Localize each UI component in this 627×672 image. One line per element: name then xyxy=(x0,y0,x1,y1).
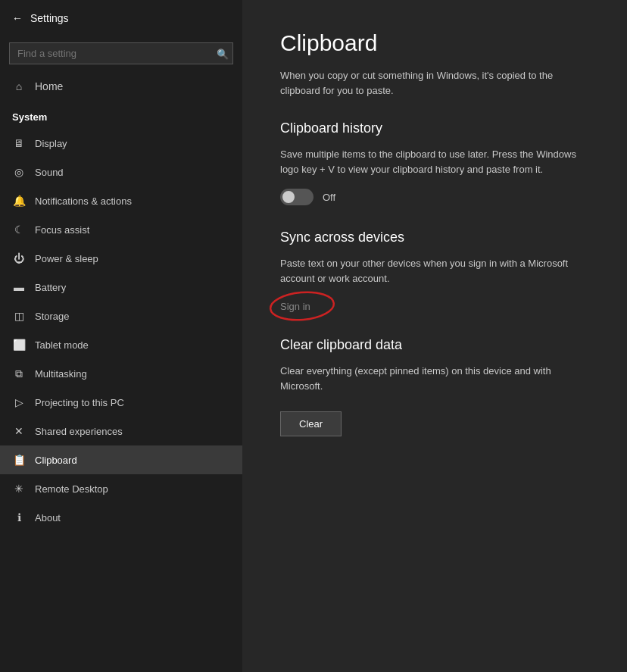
sync-title: Sync across devices xyxy=(280,230,589,245)
display-icon: 🖥 xyxy=(12,136,26,150)
sidebar-item-storage[interactable]: ◫ Storage xyxy=(0,302,242,330)
battery-icon: ▬ xyxy=(12,280,26,294)
nav-label-display: Display xyxy=(35,138,67,149)
page-title: Clipboard xyxy=(280,30,589,56)
multitasking-icon: ⧉ xyxy=(12,367,26,380)
system-section-label: System xyxy=(0,102,242,129)
focus-icon: ☾ xyxy=(12,223,26,236)
sidebar-item-about[interactable]: ℹ About xyxy=(0,503,242,532)
sidebar-item-power[interactable]: ⏻ Power & sleep xyxy=(0,244,242,273)
nav-label-clipboard: Clipboard xyxy=(35,455,77,466)
sign-in-link[interactable]: Sign in xyxy=(280,301,310,312)
nav-label-focus: Focus assist xyxy=(35,224,89,236)
search-icon[interactable]: 🔍 xyxy=(217,48,229,59)
history-toggle[interactable] xyxy=(280,189,314,205)
sync-description: Paste text on your other devices when yo… xyxy=(280,256,589,286)
nav-label-battery: Battery xyxy=(35,282,66,293)
nav-label-about: About xyxy=(35,512,61,524)
nav-label-notifications: Notifications & actions xyxy=(35,195,132,207)
sidebar: ← Settings 🔍 ⌂ Home System 🖥 Display ◎ S… xyxy=(0,0,242,672)
sidebar-item-home[interactable]: ⌂ Home xyxy=(0,70,242,102)
history-toggle-row: Off xyxy=(280,189,589,205)
nav-label-shared: Shared experiences xyxy=(35,426,123,437)
sidebar-item-display[interactable]: 🖥 Display xyxy=(0,129,242,158)
nav-label-storage: Storage xyxy=(35,311,70,322)
power-icon: ⏻ xyxy=(12,252,26,265)
sidebar-item-sound[interactable]: ◎ Sound xyxy=(0,158,242,186)
page-description: When you copy or cut something in Window… xyxy=(280,68,589,98)
sidebar-item-shared[interactable]: ✕ Shared experiences xyxy=(0,417,242,445)
sidebar-item-focus[interactable]: ☾ Focus assist xyxy=(0,215,242,244)
remote-icon: ✳ xyxy=(12,482,26,495)
history-title: Clipboard history xyxy=(280,120,589,136)
toggle-knob xyxy=(282,191,295,203)
nav-label-multitasking: Multitasking xyxy=(35,368,87,380)
sidebar-header: ← Settings xyxy=(0,0,242,36)
back-button[interactable]: ← xyxy=(12,12,23,24)
clear-button[interactable]: Clear xyxy=(280,411,342,436)
nav-label-remote: Remote Desktop xyxy=(35,483,108,495)
projecting-icon: ▷ xyxy=(12,395,26,409)
about-icon: ℹ xyxy=(12,511,26,524)
notifications-icon: 🔔 xyxy=(12,194,26,208)
history-toggle-label: Off xyxy=(323,192,335,203)
sidebar-item-battery[interactable]: ▬ Battery xyxy=(0,273,242,302)
storage-icon: ◫ xyxy=(12,309,26,323)
tablet-icon: ⬜ xyxy=(12,338,26,352)
home-icon: ⌂ xyxy=(12,80,26,93)
nav-label-projecting: Projecting to this PC xyxy=(35,397,124,408)
clear-description: Clear everything (except pinned items) o… xyxy=(280,364,589,393)
nav-label-sound: Sound xyxy=(35,167,64,178)
search-input[interactable] xyxy=(9,42,233,64)
sign-in-container: Sign in xyxy=(280,298,310,313)
sidebar-title: Settings xyxy=(30,12,69,24)
sidebar-item-remote[interactable]: ✳ Remote Desktop xyxy=(0,474,242,503)
clipboard-history-section: Clipboard history Save multiple items to… xyxy=(280,120,589,205)
sidebar-item-tablet[interactable]: ⬜ Tablet mode xyxy=(0,330,242,359)
home-label: Home xyxy=(35,80,63,92)
sidebar-item-multitasking[interactable]: ⧉ Multitasking xyxy=(0,359,242,388)
main-content: Clipboard When you copy or cut something… xyxy=(242,0,627,672)
clear-title: Clear clipboard data xyxy=(280,337,589,353)
sync-section: Sync across devices Paste text on your o… xyxy=(280,230,589,313)
nav-label-tablet: Tablet mode xyxy=(35,339,89,351)
clipboard-icon: 📋 xyxy=(12,453,26,467)
history-description: Save multiple items to the clipboard to … xyxy=(280,147,589,177)
search-container: 🔍 xyxy=(0,36,242,70)
clear-section: Clear clipboard data Clear everything (e… xyxy=(280,337,589,436)
sidebar-item-projecting[interactable]: ▷ Projecting to this PC xyxy=(0,388,242,417)
sidebar-item-notifications[interactable]: 🔔 Notifications & actions xyxy=(0,186,242,215)
sound-icon: ◎ xyxy=(12,165,26,179)
sidebar-item-clipboard[interactable]: 📋 Clipboard xyxy=(0,445,242,474)
nav-label-power: Power & sleep xyxy=(35,253,98,264)
shared-icon: ✕ xyxy=(12,424,26,438)
